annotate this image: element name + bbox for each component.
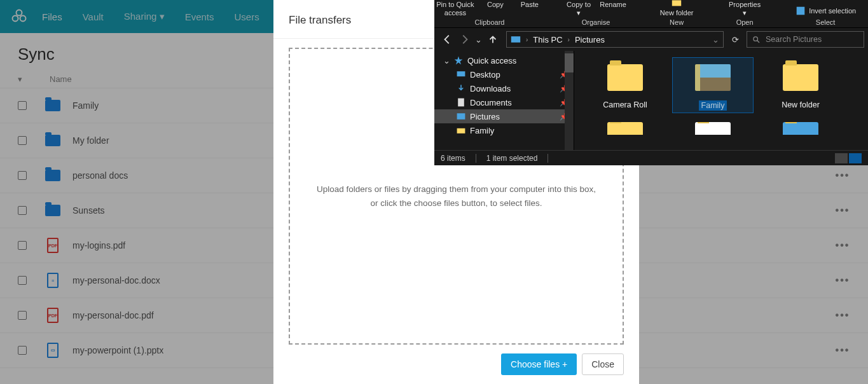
dropzone-help-line1: Upload folders or files by dragging them…	[309, 182, 603, 196]
tree-downloads[interactable]: Downloads📌	[434, 81, 574, 95]
tree-quick-access[interactable]: ⌄ Quick access	[434, 53, 574, 67]
ribbon-group-clipboard: Clipboard	[474, 18, 504, 26]
ribbon-rename[interactable]: Rename	[598, 0, 628, 9]
collapse-icon[interactable]: ⌄	[443, 56, 450, 65]
ribbon-properties[interactable]: Properties ▾	[729, 0, 761, 17]
folder-label: New folder	[782, 100, 820, 109]
folder-item-partial[interactable]	[762, 122, 839, 135]
dropzone-help: Upload folders or files by dragging them…	[290, 182, 623, 210]
ribbon-copy-to[interactable]: Copy to ▾	[563, 0, 594, 17]
search-icon	[752, 36, 761, 44]
ribbon-invert-selection[interactable]: Invert selection	[795, 5, 856, 17]
svg-line-10	[757, 40, 759, 42]
invert-icon	[795, 5, 806, 17]
ribbon-group-new: New	[670, 18, 684, 26]
chevron-icon: ›	[568, 36, 570, 43]
svg-rect-13	[458, 99, 464, 107]
folder-family[interactable]: Family	[675, 60, 751, 111]
windows-explorer: Pin to Quick access Copy Paste Clipboard…	[434, 0, 868, 165]
nav-back-icon[interactable]	[442, 34, 453, 45]
document-icon	[456, 97, 466, 107]
folder-new-folder[interactable]: New folder	[762, 60, 839, 111]
address-row: ⌄ › This PC › Pictures ⌄ ⟳ Search Pictur…	[434, 28, 868, 51]
tree-documents[interactable]: Documents📌	[434, 95, 574, 109]
dropzone-help-line2: or click the choose files button, to sel…	[309, 196, 603, 210]
choose-files-button[interactable]: Choose files +	[501, 353, 577, 375]
ribbon-copy[interactable]: Copy	[480, 1, 511, 9]
tree-scrollbar[interactable]	[565, 51, 574, 150]
tree-pictures[interactable]: Pictures📌	[434, 109, 574, 123]
tree-desktop[interactable]: Desktop📌	[434, 67, 574, 81]
close-button[interactable]: Close	[582, 353, 624, 375]
new-folder-icon	[671, 0, 682, 8]
addr-dropdown-icon[interactable]: ⌄	[712, 35, 719, 45]
ribbon-pin-quick-access[interactable]: Pin to Quick access	[434, 1, 476, 17]
svg-marker-11	[455, 57, 463, 65]
view-icons-button[interactable]	[849, 153, 862, 163]
ribbon-group-select: Select	[816, 18, 836, 26]
folder-item-partial[interactable]	[587, 122, 663, 135]
crumb-this-pc[interactable]: This PC	[533, 35, 562, 45]
svg-rect-15	[457, 128, 465, 134]
svg-rect-5	[672, 0, 681, 6]
nav-tree: ⌄ Quick access Desktop📌 Downloads📌 Docum…	[434, 51, 574, 150]
ribbon-group-open: Open	[736, 18, 754, 26]
chevron-icon: ›	[526, 36, 528, 43]
refresh-button[interactable]: ⟳	[727, 35, 743, 45]
ribbon: Pin to Quick access Copy Paste Clipboard…	[434, 0, 868, 28]
view-details-button[interactable]	[835, 153, 848, 163]
pictures-location-icon	[511, 34, 521, 45]
svg-rect-8	[511, 36, 520, 43]
svg-rect-14	[457, 113, 465, 120]
status-item-count: 6 items	[441, 154, 465, 163]
address-bar[interactable]: › This PC › Pictures ⌄	[506, 31, 724, 48]
folder-label: Camera Roll	[603, 100, 647, 109]
folder-camera-roll[interactable]: Camera Roll	[587, 60, 663, 111]
nav-forward-icon[interactable]	[458, 34, 470, 45]
desktop-icon	[456, 69, 466, 79]
crumb-pictures[interactable]: Pictures	[575, 35, 605, 45]
svg-rect-7	[797, 7, 805, 15]
ribbon-paste[interactable]: Paste	[514, 1, 545, 9]
svg-point-9	[754, 36, 758, 41]
tree-quick-label: Quick access	[467, 56, 516, 65]
ribbon-group-organise: Organise	[582, 18, 610, 26]
star-icon	[453, 55, 464, 65]
ribbon-new-folder[interactable]: New folder	[660, 0, 694, 17]
folder-item-partial[interactable]	[675, 122, 751, 135]
status-selected-count: 1 item selected	[486, 154, 538, 163]
svg-rect-12	[457, 71, 465, 76]
nav-up-icon[interactable]	[487, 34, 499, 45]
folder-label: Family	[699, 100, 727, 111]
tree-family[interactable]: Family	[434, 123, 574, 137]
recent-locations-icon[interactable]: ⌄	[475, 35, 482, 45]
folder-content[interactable]: Camera Roll Family New folder	[574, 51, 868, 150]
pictures-icon	[456, 111, 466, 121]
download-icon	[456, 83, 466, 93]
folder-icon	[456, 125, 466, 135]
search-placeholder: Search Pictures	[766, 35, 822, 44]
status-bar: 6 items 1 item selected	[434, 150, 868, 165]
search-box[interactable]: Search Pictures	[747, 31, 864, 48]
